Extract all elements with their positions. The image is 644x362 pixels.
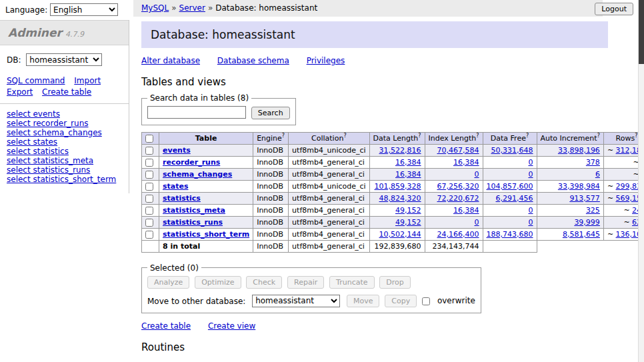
data-length-link[interactable]: 16,384 — [395, 170, 421, 179]
row-checkbox[interactable] — [145, 231, 153, 239]
main-content: Database: homeassistant Alter database D… — [133, 17, 608, 362]
create-table-link[interactable]: Create table — [141, 321, 191, 331]
repair-button[interactable]: Repair — [287, 276, 324, 289]
table-name-link[interactable]: states — [163, 182, 189, 191]
auto-increment-link[interactable]: 6 — [595, 170, 600, 179]
auto-increment-link[interactable]: 325 — [586, 206, 600, 215]
sidebar-table-link[interactable]: select statistics_short_term — [7, 175, 129, 184]
search-input[interactable] — [147, 106, 246, 119]
table-name-link[interactable]: statistics — [163, 194, 201, 203]
data-length-link[interactable]: 31,522,816 — [379, 146, 421, 155]
sidebar-link-create-table[interactable]: Create table — [42, 87, 91, 97]
logout-button[interactable]: Logout — [595, 3, 633, 15]
db-label: DB: — [7, 55, 21, 65]
row-checkbox[interactable] — [145, 207, 153, 215]
data-length-link[interactable]: 16,384 — [395, 158, 421, 167]
select-all-checkbox[interactable] — [145, 135, 153, 143]
vertical-scrollbar[interactable] — [638, 0, 644, 362]
optimize-button[interactable]: Optimize — [195, 276, 241, 289]
data-free-link[interactable]: 104,857,600 — [487, 182, 533, 191]
row-checkbox[interactable] — [145, 159, 153, 167]
breadcrumb-link-server[interactable]: Server — [179, 3, 205, 13]
collation-cell: utf8mb4_general_ci — [289, 228, 369, 240]
auto-increment-link[interactable]: 378 — [586, 158, 600, 167]
sidebar-table-link[interactable]: select statistics — [7, 147, 129, 156]
sidebar-table-link[interactable]: select states — [7, 137, 129, 147]
search-button[interactable]: Search — [251, 107, 290, 119]
data-length-link[interactable]: 49,152 — [395, 218, 421, 227]
sidebar-link-sql-command[interactable]: SQL command — [7, 76, 65, 85]
column-help-link[interactable]: ? — [418, 133, 421, 139]
drop-button[interactable]: Drop — [379, 276, 410, 289]
breadcrumb-link-mysql[interactable]: MySQL — [141, 3, 169, 13]
column-help-link[interactable]: ? — [282, 133, 285, 139]
row-select-cell — [142, 168, 159, 180]
data-free-link[interactable]: 0 — [529, 206, 533, 215]
column-header-data-free: Data Free? — [483, 132, 537, 144]
index-length-link[interactable]: 0 — [475, 218, 479, 227]
sidebar-link-export[interactable]: Export — [7, 87, 33, 97]
data-free-link[interactable]: 0 — [529, 158, 533, 167]
column-help-link[interactable]: ? — [635, 133, 637, 139]
analyze-button[interactable]: Analyze — [147, 276, 189, 289]
row-checkbox[interactable] — [145, 171, 153, 179]
auto-increment-link[interactable]: 33,898,196 — [558, 146, 600, 155]
column-help-link[interactable]: ? — [476, 133, 479, 139]
index-length-link[interactable]: 16,384 — [453, 158, 479, 167]
index-length-link[interactable]: 67,256,320 — [437, 182, 479, 191]
index-length-link[interactable]: 72,220,672 — [437, 194, 479, 203]
table-name-link[interactable]: statistics_runs — [163, 218, 223, 227]
truncate-button[interactable]: Truncate — [329, 276, 374, 289]
data-free-link[interactable]: 0 — [529, 170, 533, 179]
row-checkbox[interactable] — [145, 147, 153, 155]
index-length-link[interactable]: 24,166,400 — [437, 230, 479, 239]
table-name-link[interactable]: statistics_short_term — [163, 230, 249, 239]
table-name-link[interactable]: statistics_meta — [163, 206, 225, 215]
move-db-select[interactable]: homeassistant — [252, 295, 340, 307]
scrollbar-thumb[interactable] — [639, 0, 644, 64]
index-length-link[interactable]: 16,384 — [453, 206, 479, 215]
table-name-link[interactable]: recorder_runs — [163, 158, 220, 167]
data-length-link[interactable]: 48,824,320 — [379, 194, 421, 203]
data-free-link[interactable]: 6,291,456 — [496, 194, 533, 203]
sidebar-table-link[interactable]: select schema_changes — [7, 128, 129, 137]
overwrite-checkbox[interactable] — [422, 297, 430, 305]
column-help-link[interactable]: ? — [343, 133, 346, 139]
alter-database-link[interactable]: Alter database — [141, 56, 200, 65]
column-help-link[interactable]: ? — [526, 133, 529, 139]
sidebar-table-link[interactable]: select recorder_runs — [7, 119, 129, 128]
check-button[interactable]: Check — [246, 276, 282, 289]
data-length-link[interactable]: 49,152 — [395, 206, 421, 215]
privileges-link[interactable]: Privileges — [307, 56, 345, 65]
table-name-link[interactable]: events — [163, 146, 191, 155]
language-select[interactable]: English — [50, 3, 118, 16]
data-length-link[interactable]: 10,502,144 — [379, 230, 421, 239]
database-schema-link[interactable]: Database schema — [217, 56, 289, 65]
table-name-link[interactable]: schema_changes — [163, 170, 232, 179]
auto-increment-link[interactable]: 8,581,645 — [563, 230, 600, 239]
column-help-link[interactable]: ? — [597, 133, 600, 139]
data-free-link[interactable]: 50,331,648 — [491, 146, 533, 155]
sidebar-table-link[interactable]: select statistics_meta — [7, 156, 129, 165]
create-view-link[interactable]: Create view — [208, 321, 255, 331]
row-checkbox[interactable] — [145, 219, 153, 227]
auto-increment-link[interactable]: 33,398,984 — [558, 182, 600, 191]
sidebar-table-link[interactable]: select statistics_runs — [7, 165, 129, 175]
column-header-engine: Engine? — [253, 132, 289, 144]
sidebar-table-link[interactable]: select events — [7, 109, 129, 119]
row-checkbox[interactable] — [145, 195, 153, 203]
index-length-link[interactable]: 70,467,584 — [437, 146, 479, 155]
move-button[interactable]: Move — [347, 295, 380, 307]
overwrite-label[interactable]: overwrite — [437, 296, 475, 305]
data-length-link[interactable]: 101,859,328 — [375, 182, 421, 191]
copy-button[interactable]: Copy — [385, 295, 417, 307]
auto-increment-link[interactable]: 913,577 — [569, 194, 600, 203]
data-free-link[interactable]: 188,743,680 — [487, 230, 533, 239]
auto-increment-link[interactable]: 39,999 — [574, 218, 600, 227]
index-length-link[interactable]: 0 — [475, 170, 479, 179]
data-free-link[interactable]: 0 — [529, 218, 533, 227]
sidebar-link-import[interactable]: Import — [74, 76, 101, 85]
db-select[interactable]: homeassistant — [26, 53, 102, 66]
data-free-cell: 0 — [483, 216, 537, 228]
row-checkbox[interactable] — [145, 183, 153, 191]
